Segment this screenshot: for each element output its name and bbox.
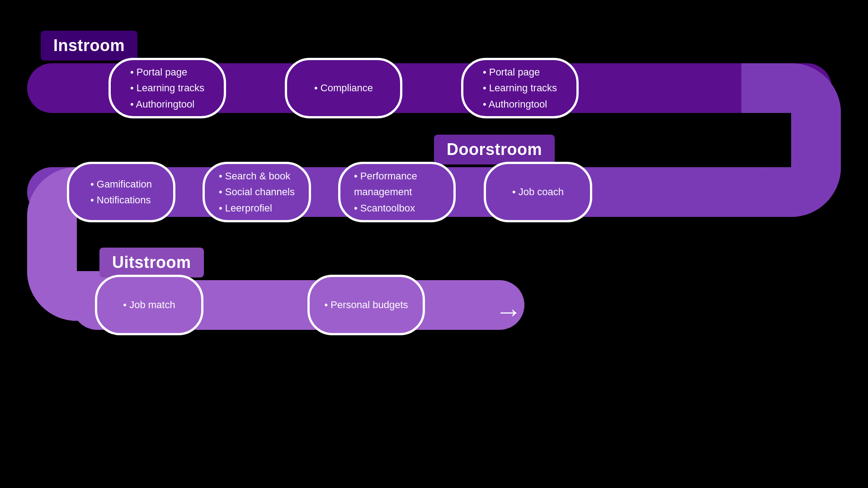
label-uitstroom: Uitstroom (99, 248, 204, 277)
pill-t1: Portal page Learning tracks Authoringtoo… (108, 58, 226, 118)
pill-m3: Performance management Scantoolbox (338, 162, 456, 222)
pill-b1-item-1: Job match (123, 297, 175, 313)
pill-t3-item-2: Learning tracks (483, 80, 557, 96)
pill-m2-item-1: Search & book (219, 168, 295, 184)
pill-t2-item-1: Compliance (314, 80, 373, 96)
pill-t3-item-3: Authoringtool (483, 96, 557, 112)
pill-m1-item-1: Gamification (90, 176, 152, 192)
pill-t3-item-1: Portal page (483, 64, 557, 80)
arrow-icon: → (495, 296, 522, 327)
diagram: Instroom Doorstroom Uitstroom Portal pag… (0, 0, 868, 488)
pill-m1: Gamification Notifications (67, 162, 175, 222)
pill-m3-item-2: Scantoolbox (354, 200, 440, 216)
pill-b1: Job match (95, 275, 203, 335)
pill-m4-item-1: Job coach (512, 184, 564, 200)
pill-t2: Compliance (285, 58, 402, 118)
pill-m2: Search & book Social channels Leerprofie… (203, 162, 311, 222)
pill-b2: Personal budgets (307, 275, 425, 335)
pill-m1-item-2: Notifications (90, 192, 152, 208)
label-instroom: Instroom (41, 31, 137, 61)
pill-m2-item-3: Leerprofiel (219, 200, 295, 216)
pill-b2-item-1: Personal budgets (324, 297, 408, 313)
pill-t1-item-3: Authoringtool (130, 96, 204, 112)
pill-t1-item-2: Learning tracks (130, 80, 204, 96)
pill-m4: Job coach (484, 162, 592, 222)
label-doorstroom: Doorstroom (434, 135, 555, 164)
pill-t1-item-1: Portal page (130, 64, 204, 80)
pill-t3: Portal page Learning tracks Authoringtoo… (461, 58, 579, 118)
pill-m3-item-1: Performance management (354, 168, 440, 200)
pill-m2-item-2: Social channels (219, 184, 295, 200)
